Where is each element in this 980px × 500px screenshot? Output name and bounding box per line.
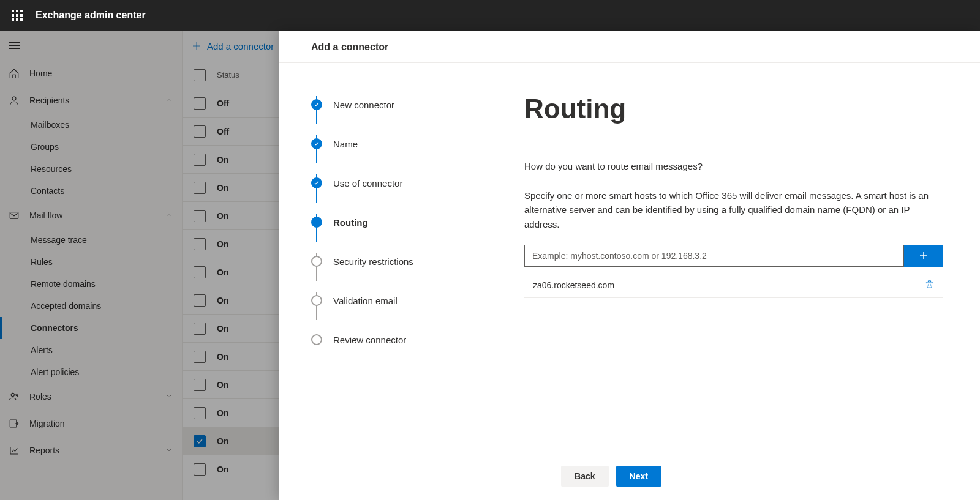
- shell: HomeRecipientsMailboxesGroupsResourcesCo…: [0, 31, 980, 500]
- step-bullet: [311, 217, 322, 228]
- panel-body: New connectorNameUse of connectorRouting…: [279, 63, 980, 456]
- app-launcher-button[interactable]: [5, 3, 29, 28]
- wizard-step-routing[interactable]: Routing: [311, 203, 473, 242]
- content-question: How do you want to route email messages?: [524, 161, 943, 171]
- content-heading: Routing: [524, 94, 943, 124]
- wizard-steps: New connectorNameUse of connectorRouting…: [279, 63, 492, 456]
- smart-host-input[interactable]: [524, 245, 904, 267]
- next-button[interactable]: Next: [616, 466, 662, 487]
- step-bullet: [311, 99, 322, 110]
- step-bullet: [311, 138, 322, 149]
- panel-footer: Back Next: [279, 456, 980, 500]
- step-bullet: [311, 177, 322, 188]
- add-connector-panel: Add a connector New connectorNameUse of …: [279, 31, 980, 500]
- step-bullet: [311, 295, 322, 306]
- host-value: za06.rocketseed.com: [533, 280, 924, 290]
- delete-host-button[interactable]: [924, 279, 935, 291]
- step-label: Routing: [333, 217, 368, 228]
- step-bullet: [311, 256, 322, 267]
- wizard-step-new-connector[interactable]: New connector: [311, 85, 473, 124]
- step-bullet: [311, 334, 322, 345]
- smart-host-input-row: [524, 245, 943, 267]
- panel-content: Routing How do you want to route email m…: [492, 63, 980, 456]
- wizard-step-review-connector: Review connector: [311, 320, 473, 359]
- step-label: Use of connector: [333, 178, 402, 188]
- trash-icon: [924, 279, 935, 289]
- hosts-list: za06.rocketseed.com: [524, 273, 943, 298]
- content-description: Specify one or more smart hosts to which…: [524, 188, 943, 231]
- top-bar: Exchange admin center: [0, 0, 980, 31]
- app-title: Exchange admin center: [36, 10, 146, 21]
- plus-icon: [918, 250, 929, 261]
- wizard-step-security-restrictions: Security restrictions: [311, 242, 473, 281]
- wizard-step-validation-email: Validation email: [311, 281, 473, 320]
- panel-title: Add a connector: [279, 31, 980, 63]
- step-label: Security restrictions: [333, 256, 413, 267]
- step-label: Validation email: [333, 296, 398, 306]
- wizard-step-use-of-connector[interactable]: Use of connector: [311, 163, 473, 203]
- step-label: Review connector: [333, 335, 406, 345]
- host-item: za06.rocketseed.com: [524, 273, 943, 298]
- wizard-step-name[interactable]: Name: [311, 124, 473, 163]
- waffle-icon: [12, 10, 23, 21]
- add-host-button[interactable]: [904, 245, 943, 267]
- step-label: New connector: [333, 100, 394, 110]
- step-label: Name: [333, 139, 358, 149]
- back-button[interactable]: Back: [561, 466, 608, 487]
